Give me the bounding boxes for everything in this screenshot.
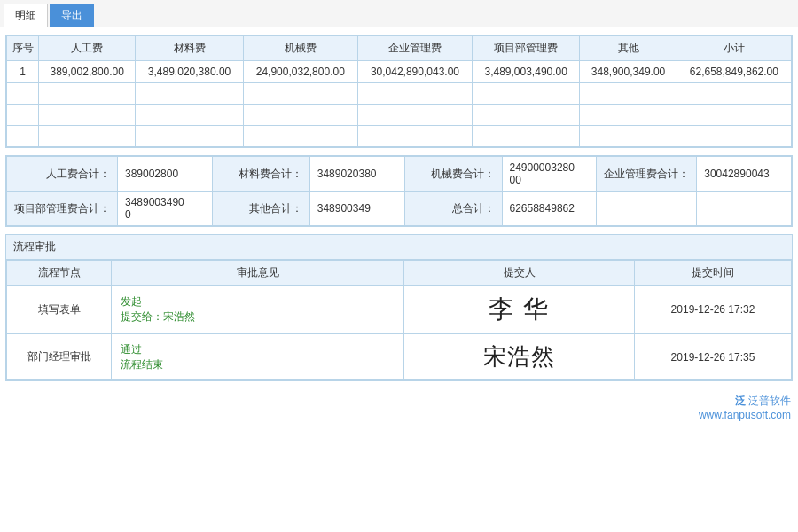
- machinery-total-label: 机械费合计：: [404, 157, 502, 192]
- wf-header-submitter: 提交人: [404, 261, 635, 286]
- cell-material: 3,489,020,380.00: [136, 61, 243, 83]
- wf-header-node: 流程节点: [7, 261, 112, 286]
- footer-watermark: 泛 泛普软件 www.fanpusoft.com: [0, 388, 798, 415]
- brand-name: 泛普软件: [748, 395, 791, 407]
- cell-project: 3,489,003,490.00: [473, 61, 580, 83]
- workflow-row-1: 填写表单 发起 提交给：宋浩然 李 华 2019-12-26 17:32: [7, 286, 792, 334]
- wf-time-2: 2019-12-26 17:35: [634, 334, 791, 380]
- wf-submitter-2: 宋浩然: [404, 334, 635, 380]
- material-total-value: 3489020380: [309, 157, 404, 192]
- wf-submitter-1: 李 华: [404, 286, 635, 334]
- tab-export[interactable]: 导出: [50, 4, 94, 27]
- summary-table: 人工费合计： 389002800 材料费合计： 3489020380 机械费合计…: [6, 156, 792, 226]
- grand-total-label: 总合计：: [404, 192, 502, 226]
- summary-row-1: 人工费合计： 389002800 材料费合计： 3489020380 机械费合计…: [7, 157, 792, 192]
- col-header-labor: 人工费: [39, 36, 136, 61]
- wf-header-time: 提交时间: [634, 261, 791, 286]
- col-header-project: 项目部管理费: [473, 36, 580, 61]
- machinery-total-value: 2490000328000: [502, 157, 597, 192]
- col-header-machinery: 机械费: [243, 36, 357, 61]
- cell-machinery: 24,900,032,800.00: [243, 61, 357, 83]
- other-total-value: 348900349: [309, 192, 404, 226]
- wf-signature-2: 宋浩然: [483, 344, 555, 370]
- wf-opinion-status-2[interactable]: 通过: [121, 343, 142, 356]
- tab-bar: 明细 导出: [0, 0, 798, 27]
- col-header-subtotal: 小计: [677, 36, 791, 61]
- wf-opinion-detail-1[interactable]: 提交给：宋浩然: [121, 310, 195, 323]
- wf-time-1: 2019-12-26 17:32: [634, 286, 791, 334]
- col-header-material: 材料费: [136, 36, 243, 61]
- col-header-seq: 序号: [7, 36, 39, 61]
- cell-labor: 389,002,800.00: [39, 61, 136, 83]
- project-total-value: 34890034900: [118, 192, 213, 226]
- empty-row-3: [7, 126, 792, 147]
- empty-summary-2: [697, 192, 792, 226]
- empty-row-2: [7, 105, 792, 126]
- wf-opinion-status-1[interactable]: 发起: [121, 295, 142, 308]
- summary-section: 人工费合计： 389002800 材料费合计： 3489020380 机械费合计…: [5, 155, 793, 227]
- labor-total-value: 389002800: [118, 157, 213, 192]
- labor-total-label: 人工费合计：: [7, 157, 118, 192]
- grand-total-value: 62658849862: [502, 192, 597, 226]
- wf-node-1: 填写表单: [7, 286, 112, 334]
- workflow-table: 流程节点 审批意见 提交人 提交时间 填写表单 发起 提交给：宋浩然 李 华 2…: [6, 260, 792, 380]
- project-total-label: 项目部管理费合计：: [7, 192, 118, 226]
- cost-table: 序号 人工费 材料费 机械费 企业管理费 项目部管理费 其他 小计 1 389,…: [6, 35, 792, 147]
- other-total-label: 其他合计：: [212, 192, 309, 226]
- empty-summary-1: [597, 192, 697, 226]
- enterprise-total-value: 30042890043: [697, 157, 792, 192]
- col-header-enterprise: 企业管理费: [357, 36, 472, 61]
- enterprise-total-label: 企业管理费合计：: [597, 157, 697, 192]
- wf-opinion-1: 发起 提交给：宋浩然: [112, 286, 404, 334]
- wf-opinion-detail-2[interactable]: 流程结束: [121, 358, 163, 371]
- cell-enterprise: 30,042,890,043.00: [357, 61, 472, 83]
- wf-signature-1: 李 华: [489, 295, 550, 323]
- brand-url: www.fanpusoft.com: [699, 409, 791, 421]
- table-row: 1 389,002,800.00 3,489,020,380.00 24,900…: [7, 61, 792, 83]
- wf-header-opinion: 审批意见: [112, 261, 404, 286]
- wf-node-2: 部门经理审批: [7, 334, 112, 380]
- material-total-label: 材料费合计：: [212, 157, 309, 192]
- cell-subtotal: 62,658,849,862.00: [677, 61, 791, 83]
- col-header-other: 其他: [580, 36, 677, 61]
- workflow-title: 流程审批: [6, 235, 792, 260]
- brand-icon: 泛: [735, 395, 746, 407]
- cell-other: 348,900,349.00: [580, 61, 677, 83]
- data-section: 序号 人工费 材料费 机械费 企业管理费 项目部管理费 其他 小计 1 389,…: [5, 35, 793, 148]
- workflow-row-2: 部门经理审批 通过 流程结束 宋浩然 2019-12-26 17:35: [7, 334, 792, 380]
- wf-opinion-2: 通过 流程结束: [112, 334, 404, 380]
- summary-row-2: 项目部管理费合计： 34890034900 其他合计： 348900349 总合…: [7, 192, 792, 226]
- workflow-section: 流程审批 流程节点 审批意见 提交人 提交时间 填写表单 发起 提交给：宋浩然 …: [5, 234, 793, 381]
- empty-row-1: [7, 83, 792, 105]
- cell-seq: 1: [7, 61, 39, 83]
- brand-logo: 泛 泛普软件 www.fanpusoft.com: [699, 395, 791, 421]
- tab-detail[interactable]: 明细: [4, 4, 48, 27]
